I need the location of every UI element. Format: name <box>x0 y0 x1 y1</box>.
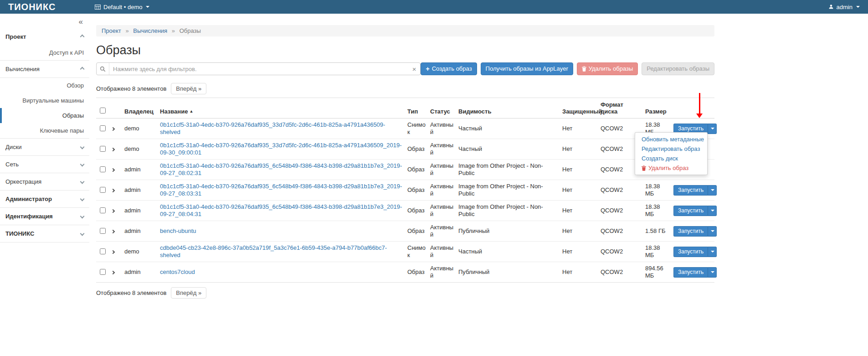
sidebar-section-label: Проект <box>5 33 26 40</box>
expand-row-icon[interactable] <box>111 189 115 192</box>
breadcrumb-link-project[interactable]: Проект <box>102 27 121 34</box>
sidebar-item-keypairs[interactable]: Ключевые пары <box>0 123 89 138</box>
column-header-name[interactable]: Название▲ <box>158 98 406 119</box>
cell-type: Образ <box>406 201 428 221</box>
expand-row-icon[interactable] <box>111 168 115 172</box>
sidebar-section-orchestration[interactable]: Оркестрация <box>0 173 89 190</box>
cell-size: 18.38 МБ <box>643 242 672 262</box>
image-name-link[interactable]: 0b1c1cf5-31a0-4edc-b370-926a76daf935_33d… <box>160 142 402 156</box>
row-checkbox[interactable] <box>100 228 106 234</box>
project-context-switcher[interactable]: Default • demo <box>89 4 149 10</box>
edit-images-button[interactable]: Редактировать образы <box>642 62 714 75</box>
row-menu-item[interactable]: Обновить метаданные <box>635 134 707 144</box>
row-checkbox[interactable] <box>100 269 106 275</box>
sidebar-section-volumes[interactable]: Диски <box>0 138 89 155</box>
launch-button[interactable]: Запустить <box>673 247 708 257</box>
sidebar-item-images[interactable]: Образы <box>0 108 89 123</box>
expand-row-icon[interactable] <box>111 148 115 151</box>
image-name-link[interactable]: 0b1c1cf5-31a0-4edc-b370-926a76daf935_6c5… <box>160 203 402 217</box>
image-name-link[interactable]: bench-ubuntu <box>160 227 196 234</box>
get-images-applayer-button[interactable]: Получить образы из AppLayer <box>481 62 573 75</box>
sidebar-section-admin[interactable]: Администратор <box>0 190 89 207</box>
clear-filter-button[interactable]: × <box>408 66 421 72</box>
column-header-protected[interactable]: Защищенный <box>560 98 599 119</box>
row-actions-dropdown-toggle[interactable] <box>708 206 717 216</box>
row-menu-item[interactable]: Редактировать образ <box>635 144 707 154</box>
cell-type: Образ <box>406 262 428 283</box>
row-actions-dropdown-toggle[interactable] <box>708 247 717 257</box>
image-name-link[interactable]: 0b1c1cf5-31a0-4edc-b370-926a76daf935_6c5… <box>160 183 402 197</box>
row-checkbox[interactable] <box>100 187 106 193</box>
trash-icon <box>642 165 646 171</box>
row-checkbox[interactable] <box>100 125 106 131</box>
expand-row-icon[interactable] <box>111 127 115 131</box>
image-name-link[interactable]: 0b1c1cf5-31a0-4edc-b370-926a76daf935_33d… <box>160 121 385 135</box>
column-header-type[interactable]: Тип <box>406 98 428 119</box>
expand-row-icon[interactable] <box>111 271 115 274</box>
sidebar-item-overview[interactable]: Обзор <box>0 78 89 93</box>
expand-row-icon[interactable] <box>111 209 115 213</box>
image-name-link[interactable]: centos7cloud <box>160 268 195 275</box>
row-actions-dropdown-toggle[interactable] <box>708 267 717 278</box>
column-header-disk-format[interactable]: Формат диска <box>599 98 643 119</box>
breadcrumb-link-compute[interactable]: Вычисления <box>133 27 167 34</box>
cell-owner: demo <box>123 119 158 139</box>
user-menu[interactable]: admin <box>828 4 868 10</box>
column-header-visibility[interactable]: Видимость <box>457 98 560 119</box>
chevron-down-icon <box>80 197 85 201</box>
expand-row-icon[interactable] <box>111 230 115 233</box>
row-menu-item[interactable]: Создать диск <box>635 154 707 163</box>
sidebar-section-project[interactable]: Проект <box>0 28 89 45</box>
row-checkbox[interactable] <box>100 248 106 254</box>
launch-button[interactable]: Запустить <box>673 206 708 216</box>
table-row: demo 0b1c1cf5-31a0-4edc-b370-926a76daf93… <box>96 119 714 139</box>
cell-disk-format: QCOW2 <box>599 201 643 221</box>
next-page-button[interactable]: Вперёд » <box>171 287 206 299</box>
column-header-status[interactable]: Статус <box>428 98 457 119</box>
launch-button[interactable]: Запустить <box>673 226 708 237</box>
row-checkbox[interactable] <box>100 146 106 152</box>
sidebar-collapse-button[interactable]: « <box>0 14 89 28</box>
sidebar-section-compute[interactable]: Вычисления <box>0 60 89 78</box>
row-checkbox[interactable] <box>100 166 106 172</box>
cell-type: Образ <box>406 180 428 201</box>
next-page-button[interactable]: Вперёд » <box>171 83 206 94</box>
launch-button[interactable]: Запустить <box>673 267 708 278</box>
select-all-checkbox[interactable] <box>100 108 106 114</box>
search-icon <box>97 63 109 75</box>
cell-status: Активный <box>428 160 457 180</box>
domain-grid-icon <box>95 5 101 10</box>
pagination-bottom: Отображено 8 элементов Вперёд » <box>96 287 714 299</box>
sidebar-section-identity[interactable]: Идентификация <box>0 207 89 225</box>
cell-size: 18.38 МБ <box>643 180 672 201</box>
column-header-owner[interactable]: Владелец <box>123 98 158 119</box>
items-count-label: Отображено 8 элементов <box>96 289 166 296</box>
sidebar-section-network[interactable]: Сеть <box>0 155 89 173</box>
row-checkbox[interactable] <box>100 207 106 213</box>
cell-status: Активный <box>428 262 457 283</box>
row-actions-dropdown-toggle[interactable] <box>708 226 717 237</box>
cell-type: Снимок <box>406 119 428 139</box>
row-actions-dropdown-toggle[interactable] <box>708 124 717 134</box>
plus-icon: + <box>426 66 429 72</box>
expand-row-icon[interactable] <box>111 250 115 254</box>
toolbar: + Создать образ Получить образы из AppLa… <box>421 62 714 75</box>
sidebar-item-instances[interactable]: Виртуальные машины <box>0 93 89 108</box>
filter-input[interactable] <box>109 63 408 75</box>
row-actions-dropdown-toggle[interactable] <box>708 185 717 196</box>
table-row: admin bench-ubuntu Образ Активный Публич… <box>96 221 714 242</box>
delete-images-button[interactable]: Удалить образы <box>577 62 638 75</box>
table-row: demo cdbde045-cb23-42e8-896c-37a0b52a719… <box>96 242 714 262</box>
sidebar-item-api-access[interactable]: Доступ к API <box>0 45 89 60</box>
cell-owner: admin <box>123 180 158 201</box>
breadcrumb-separator: » <box>172 27 175 34</box>
chevron-up-icon <box>80 35 85 39</box>
image-name-link[interactable]: 0b1c1cf5-31a0-4edc-b370-926a76daf935_6c5… <box>160 162 402 176</box>
cell-disk-format: QCOW2 <box>599 180 643 201</box>
row-menu-item[interactable]: Удалить образ <box>635 163 707 173</box>
launch-button[interactable]: Запустить <box>673 185 708 196</box>
create-image-button[interactable]: + Создать образ <box>421 62 477 75</box>
sidebar-section-tionix[interactable]: ТИОНИКС <box>0 225 89 242</box>
image-name-link[interactable]: cdbde045-cb23-42e8-896c-37a0b52a719f_5a3… <box>160 244 387 258</box>
column-header-size[interactable]: Размер <box>643 98 672 119</box>
